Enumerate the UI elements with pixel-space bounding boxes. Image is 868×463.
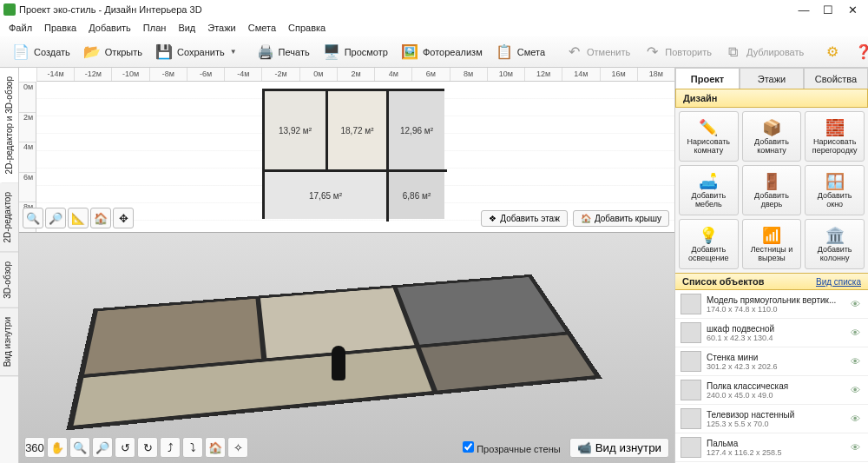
visibility-icon[interactable]: 👁 [851, 385, 863, 395]
object-dim: 60.1 x 42.3 x 130.4 [707, 334, 845, 342]
camera-icon: 📹 [577, 441, 592, 454]
tab-inside[interactable]: Вид изнутри [0, 308, 18, 376]
rotate-left-button[interactable]: ↺ [115, 437, 135, 458]
save-icon: 💾 [155, 43, 174, 62]
reset-view-button[interactable]: 🏠 [205, 437, 226, 458]
monitor-icon: 🖥️ [322, 43, 341, 62]
tab-3d[interactable]: 3D-обзор [0, 253, 18, 308]
object-name: Пальма [707, 439, 845, 448]
tile-icon: 🪟 [825, 172, 845, 191]
tile-icon: 💡 [699, 226, 718, 245]
design-tile-6[interactable]: 💡Добавитьосвещение [679, 219, 739, 269]
object-thumb [681, 380, 701, 400]
photoreal-button[interactable]: 🖼️Фотореализм [394, 39, 489, 65]
tile-icon: 🏛️ [825, 226, 845, 245]
create-button[interactable]: 📄Создать [5, 39, 76, 65]
object-name: Телевизор настенный [707, 410, 845, 420]
menu-file[interactable]: Файл [3, 21, 37, 35]
list-view-link[interactable]: Вид списка [816, 277, 861, 287]
zoom-in-button[interactable]: 🔎 [45, 208, 66, 228]
visibility-icon[interactable]: 👁 [851, 442, 863, 453]
design-tile-4[interactable]: 🚪Добавитьдверь [742, 165, 802, 215]
object-row[interactable]: Пальма127.4 x 116.2 x 258.5👁 [675, 433, 868, 462]
zoom-out-3d-button[interactable]: 🔍 [69, 437, 90, 458]
visibility-icon[interactable]: 👁 [851, 356, 863, 367]
view-inside-button[interactable]: 📹Вид изнутри [569, 438, 669, 458]
object-dim: 174.0 x 74.8 x 110.0 [707, 305, 845, 314]
pan-button[interactable]: ✋ [47, 437, 68, 458]
estimate-button[interactable]: 📋Смета [489, 39, 551, 65]
maximize-button[interactable]: ☐ [816, 2, 840, 17]
object-dim: 301.2 x 42.3 x 202.6 [707, 362, 845, 371]
design-tile-8[interactable]: 🏛️Добавитьколонну [805, 219, 865, 269]
tile-icon: 📶 [762, 226, 781, 245]
design-tile-2[interactable]: 🧱Нарисоватьперегородку [805, 111, 865, 162]
object-row[interactable]: Полка классическая240.0 x 45.0 x 49.0👁 [675, 376, 868, 405]
room-area-4: 17,65 м² [309, 191, 342, 201]
print-button[interactable]: 🖨️Печать [250, 39, 316, 65]
tab-properties[interactable]: Свойства [804, 68, 868, 89]
menu-estimate[interactable]: Смета [243, 21, 281, 35]
preview-button[interactable]: 🖥️Просмотр [316, 39, 394, 65]
room-area-2: 18,72 м² [340, 126, 373, 136]
settings-button[interactable]: ⚙ [817, 39, 848, 65]
duplicate-button[interactable]: ⧉Дублировать [718, 39, 810, 65]
object-name: Стенка мини [707, 353, 845, 362]
pane-3d[interactable]: 360 ✋ 🔍 🔎 ↺ ↻ ⤴ ⤵ 🏠 ✧ Прозрачные стены 📹… [19, 233, 674, 463]
design-tile-1[interactable]: 📦Добавитькомнату [742, 111, 802, 162]
design-tile-7[interactable]: 📶Лестницы ивырезы [742, 219, 802, 269]
tile-icon: ✏️ [699, 118, 718, 137]
close-button[interactable]: ✕ [840, 2, 865, 17]
menu-add[interactable]: Добавить [83, 21, 136, 35]
save-button[interactable]: 💾Сохранить▼ [148, 39, 243, 65]
design-tile-0[interactable]: ✏️Нарисоватькомнату [679, 111, 739, 162]
object-row[interactable]: Модель прямоугольник вертик...174.0 x 74… [675, 290, 868, 319]
help-button[interactable]: ❓ [848, 39, 868, 65]
visibility-icon[interactable]: 👁 [851, 327, 863, 338]
menu-view[interactable]: Вид [173, 21, 201, 35]
tilt-up-button[interactable]: ⤴ [160, 437, 181, 458]
pane-2d[interactable]: -14м-12м-10м-8м-6м-4м-2м0м2м4м6м8м10м12м… [19, 68, 674, 233]
object-row[interactable]: Стенка мини301.2 x 42.3 x 202.6👁 [675, 347, 868, 376]
object-row[interactable]: шкаф подвесной60.1 x 42.3 x 130.4👁 [675, 319, 868, 347]
menu-plan[interactable]: План [138, 21, 172, 35]
floor-plan[interactable]: 13,92 м² 18,72 м² 12,96 м² 17,65 м² 6,86… [262, 89, 444, 219]
menu-help[interactable]: Справка [283, 21, 331, 35]
object-thumb [681, 351, 701, 372]
visibility-icon[interactable]: 👁 [851, 299, 863, 309]
tilt-down-button[interactable]: ⤵ [182, 437, 203, 458]
room-area-5: 6,86 м² [403, 191, 431, 201]
design-tile-5[interactable]: 🪟Добавитьокно [805, 165, 865, 215]
object-thumb [681, 437, 701, 458]
tab-project[interactable]: Проект [675, 68, 740, 89]
compass-button[interactable]: ✧ [227, 437, 248, 458]
undo-button[interactable]: ↶Отменить [558, 39, 636, 65]
zoom-out-button[interactable]: 🔍 [23, 208, 43, 228]
tab-2d[interactable]: 2D-редактор [0, 183, 18, 253]
menu-edit[interactable]: Правка [39, 21, 82, 35]
transparent-walls-checkbox[interactable]: Прозрачные стены [463, 441, 561, 454]
add-roof-button[interactable]: 🏠Добавить крышу [573, 210, 669, 227]
new-file-icon: 📄 [11, 43, 30, 62]
zoom-in-3d-button[interactable]: 🔎 [92, 437, 113, 458]
home-button[interactable]: 🏠 [90, 208, 111, 228]
tab-2d-3d[interactable]: 2D-редактор и 3D-обзор [0, 68, 18, 183]
rotate-right-button[interactable]: ↻ [137, 437, 158, 458]
add-floor-button[interactable]: ❖Добавить этаж [481, 210, 568, 227]
tools-2d: 🔍 🔎 📐 🏠 ✥ [23, 208, 134, 228]
design-tile-3[interactable]: 🛋️Добавитьмебель [679, 165, 739, 215]
object-row[interactable]: Телевизор настенный125.3 x 5.5 x 70.0👁 [675, 405, 868, 433]
tab-floors[interactable]: Этажи [740, 68, 804, 89]
ruler-button[interactable]: 📐 [68, 208, 89, 228]
redo-button[interactable]: ↷Повторить [636, 39, 718, 65]
orbit-button[interactable]: 360 [24, 437, 45, 458]
menu-floors[interactable]: Этажи [202, 21, 240, 35]
visibility-icon[interactable]: 👁 [851, 413, 863, 424]
minimize-button[interactable]: — [792, 2, 816, 17]
menubar: Файл Правка Добавить План Вид Этажи Смет… [0, 19, 868, 36]
open-button[interactable]: 📂Открыть [76, 39, 148, 65]
objects-header: Список объектов [682, 276, 764, 287]
roof-icon: 🏠 [581, 214, 591, 223]
folder-open-icon: 📂 [82, 43, 102, 62]
move-button[interactable]: ✥ [113, 208, 134, 228]
